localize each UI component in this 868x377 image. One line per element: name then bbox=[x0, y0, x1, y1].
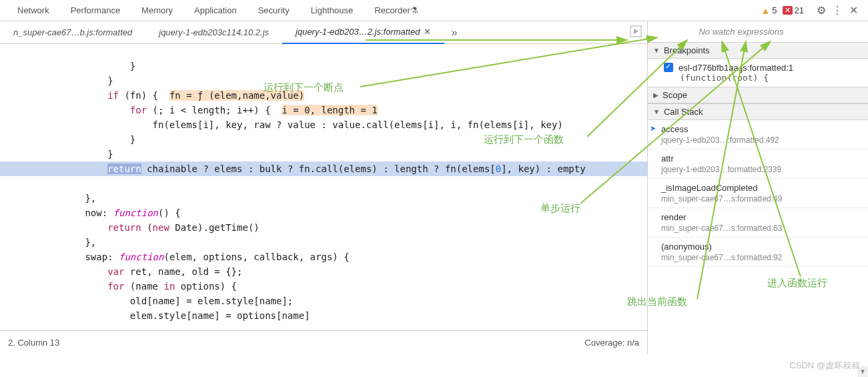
file-tabs: n_super-cae67…b.js:formatted jquery-1-ed… bbox=[0, 21, 647, 44]
coverage-status: Coverage: n/a bbox=[584, 338, 639, 348]
cursor-position: 2, Column 13 bbox=[8, 338, 584, 348]
devtools-top-tabs: Network Performance Memory Application S… bbox=[0, 0, 868, 21]
scope-header[interactable]: ▶Scope bbox=[648, 87, 868, 103]
error-icon: ✕ bbox=[783, 6, 793, 15]
run-snippet-icon[interactable] bbox=[630, 25, 642, 39]
tab-recorder[interactable]: Recorder ⚗ bbox=[364, 0, 428, 21]
tab-memory[interactable]: Memory bbox=[131, 0, 183, 21]
tab-lighthouse[interactable]: Lighthouse bbox=[300, 0, 364, 21]
flask-icon: ⚗ bbox=[410, 5, 418, 15]
more-icon[interactable]: ⋮ bbox=[829, 4, 845, 17]
file-tab-2[interactable]: jquery-1-edb203…2.js:formatted ✕ bbox=[282, 21, 444, 44]
errors-badge[interactable]: ✕21 bbox=[783, 5, 804, 15]
tab-application[interactable]: Application bbox=[183, 0, 248, 21]
callstack-item-3[interactable]: rendermin_super-cae67…s:formatted:63 bbox=[648, 208, 868, 238]
breakpoint-checkbox[interactable] bbox=[664, 63, 673, 72]
breakpoint-code: (function(root) { bbox=[680, 73, 863, 83]
tab-network[interactable]: Network bbox=[7, 0, 60, 21]
tab-security[interactable]: Security bbox=[248, 0, 300, 21]
file-tab-0[interactable]: n_super-cae67…b.js:formatted bbox=[0, 21, 145, 44]
close-tab-icon[interactable]: ✕ bbox=[424, 27, 431, 37]
callstack-item-4[interactable]: (anonymous)min_super-cae67…s:formatted:9… bbox=[648, 238, 868, 267]
warning-icon: ▲ bbox=[761, 5, 770, 16]
more-tabs-icon[interactable]: » bbox=[444, 27, 464, 39]
watch-empty-message: No watch expressions bbox=[648, 21, 835, 42]
code-panel: n_super-cae67…b.js:formatted jquery-1-ed… bbox=[0, 21, 648, 354]
callstack-item-0[interactable]: accessjquery-1-edb203…:formatted:492 bbox=[648, 120, 868, 149]
tab-performance[interactable]: Performance bbox=[60, 0, 131, 21]
debugger-panel: No watch expressions ▼Breakpoints esl-d7… bbox=[648, 21, 868, 354]
breakpoints-header[interactable]: ▼Breakpoints bbox=[648, 42, 868, 59]
status-bar: 2, Column 13 Coverage: n/a bbox=[0, 330, 647, 354]
chevron-down-icon: ▼ bbox=[653, 108, 660, 115]
settings-icon[interactable]: ⚙ bbox=[813, 4, 829, 17]
callstack-item-2[interactable]: _isImageLoadCompletedmin_super-cae67…s:f… bbox=[648, 179, 868, 208]
chevron-right-icon: ▶ bbox=[653, 91, 659, 99]
breakpoint-item[interactable]: esl-d776bfb1aa.js:formatted:1 (function(… bbox=[648, 59, 868, 87]
close-icon[interactable]: ✕ bbox=[845, 4, 861, 17]
callstack-header[interactable]: ▼Call Stack bbox=[648, 103, 868, 120]
callstack-item-1[interactable]: attrjquery-1-edb203…formatted:2339 bbox=[648, 149, 868, 179]
current-execution-line: return chainable ? elems : bulk ? fn.cal… bbox=[0, 161, 647, 176]
file-tab-1[interactable]: jquery-1-edb203c114.10.2.js bbox=[145, 21, 282, 44]
main-layout: n_super-cae67…b.js:formatted jquery-1-ed… bbox=[0, 21, 868, 354]
code-editor[interactable]: } } if (fn) { fn = ƒ (elem,name,value) f… bbox=[0, 44, 647, 330]
chevron-down-icon: ▼ bbox=[653, 47, 660, 54]
watermark: CSDN @虚坏叔叔 bbox=[789, 360, 860, 372]
warnings-badge[interactable]: ▲5 bbox=[761, 5, 777, 16]
